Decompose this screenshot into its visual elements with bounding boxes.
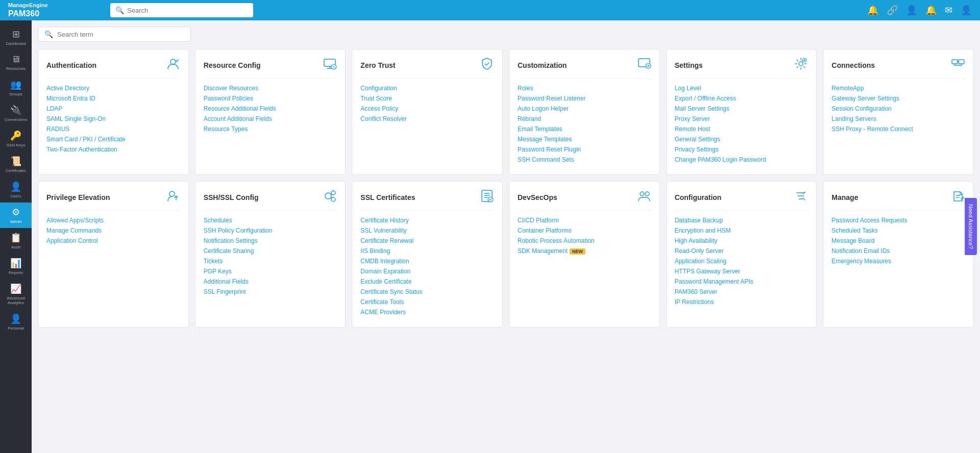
link-smart-card[interactable]: Smart Card / PKI / Certificate	[46, 136, 180, 143]
sidebar-item-audit[interactable]: 📋Audit	[0, 228, 32, 254]
link-auto-logon-helper[interactable]: Auto Logon Helper	[518, 105, 651, 112]
link-ssh-proxy[interactable]: SSH Proxy - Remote Connect	[831, 125, 965, 133]
link-icon[interactable]: 🔗	[887, 5, 898, 16]
sidebar-item-analytics[interactable]: 📈Advanced Analytics	[0, 279, 32, 309]
mail-icon[interactable]: ✉	[945, 5, 952, 16]
link-database-backup[interactable]: Database Backup	[675, 217, 808, 224]
link-application-scaling[interactable]: Application Scaling	[675, 258, 808, 265]
link-exclude-certificate[interactable]: Exclude Certificate	[360, 278, 494, 285]
link-cicd-platform[interactable]: CI/CD Platform	[518, 217, 651, 224]
link-read-only-server[interactable]: Read-Only Server	[675, 247, 808, 255]
link-cert-sync-status[interactable]: Certificate Sync Status	[360, 288, 494, 295]
link-message-templates[interactable]: Message Templates	[518, 136, 651, 143]
link-roles[interactable]: Roles	[518, 85, 651, 92]
sidebar-item-certificates[interactable]: 📜Certificates	[0, 152, 32, 177]
link-radius[interactable]: RADIUS	[46, 125, 180, 133]
link-scheduled-tasks[interactable]: Scheduled Tasks	[831, 227, 965, 234]
sidebar-item-users[interactable]: 👤Users	[0, 177, 32, 203]
user-add-icon[interactable]: 👤	[906, 5, 917, 16]
link-change-login-password[interactable]: Change PAM360 Login Password	[675, 156, 808, 163]
link-two-factor[interactable]: Two-Factor Authentication	[46, 146, 180, 153]
link-discover-resources[interactable]: Discover Resources	[204, 85, 337, 92]
link-password-reset-listener[interactable]: Password Reset Listener	[518, 95, 651, 102]
link-emergency-measures[interactable]: Emergency Measures	[831, 258, 965, 265]
link-zt-configuration[interactable]: Configuration	[360, 85, 494, 92]
sidebar-item-reports[interactable]: 📊Reports	[0, 254, 32, 279]
link-manage-commands[interactable]: Manage Commands	[46, 227, 180, 234]
link-resource-types[interactable]: Resource Types	[204, 125, 337, 133]
link-password-access-requests[interactable]: Password Access Requests	[831, 217, 965, 224]
link-certificate-sharing[interactable]: Certificate Sharing	[204, 247, 337, 255]
link-gateway-server-settings[interactable]: Gateway Server Settings	[831, 95, 965, 102]
link-cmdb-integration[interactable]: CMDB Integration	[360, 258, 494, 265]
link-encryption-hsm[interactable]: Encryption and HSM	[675, 227, 808, 234]
link-https-gateway-server[interactable]: HTTPS Gateway Server	[675, 268, 808, 275]
link-email-templates[interactable]: Email Templates	[518, 125, 651, 133]
link-trust-score[interactable]: Trust Score	[360, 95, 494, 102]
link-ip-restrictions[interactable]: IP Restrictions	[675, 298, 808, 306]
link-account-additional-fields[interactable]: Account Additional Fields	[204, 115, 337, 122]
link-ssh-policy-config[interactable]: SSH Policy Configuration	[204, 227, 337, 234]
link-message-board[interactable]: Message Board	[831, 237, 965, 244]
alert-icon[interactable]: 🔔	[925, 5, 937, 16]
profile-icon[interactable]: 👤	[961, 5, 972, 16]
card-header-zero-trust: Zero Trust	[360, 57, 494, 79]
link-landing-servers[interactable]: Landing Servers	[831, 115, 965, 122]
link-cert-tools[interactable]: Certificate Tools	[360, 298, 494, 306]
link-application-control[interactable]: Application Control	[46, 237, 180, 244]
link-resource-additional-fields[interactable]: Resource Additional Fields	[204, 105, 337, 112]
content-search-input[interactable]	[57, 31, 184, 38]
link-microsoft-entra[interactable]: Microsoft Entra ID	[46, 95, 180, 102]
link-cert-history[interactable]: Certificate History	[360, 217, 494, 224]
link-active-directory[interactable]: Active Directory	[46, 85, 180, 92]
link-export-offline[interactable]: Export / Offline Access	[675, 95, 808, 102]
link-ssl-fingerprint[interactable]: SSL Fingerprint	[204, 288, 337, 295]
link-additional-fields[interactable]: Additional Fields	[204, 278, 337, 285]
link-sdk-management[interactable]: SDK ManagementNEW	[518, 247, 651, 255]
link-acme-providers[interactable]: ACME Providers	[360, 309, 494, 316]
link-notification-settings[interactable]: Notification Settings	[204, 237, 337, 244]
link-password-reset-plugin[interactable]: Password Reset Plugin	[518, 146, 651, 153]
link-ldap[interactable]: LDAP	[46, 105, 180, 112]
notification-bell-icon[interactable]: 🔔	[867, 5, 878, 16]
need-assistance-tab[interactable]: Need Assistance?	[965, 198, 977, 255]
sidebar-item-connections[interactable]: 🔌Connections	[0, 100, 32, 126]
link-rebrand[interactable]: Rebrand	[518, 115, 651, 122]
link-container-platforms[interactable]: Container Platforms	[518, 227, 651, 234]
link-schedules[interactable]: Schedules	[204, 217, 337, 224]
link-pgp-keys[interactable]: PGP Keys	[204, 268, 337, 275]
link-conflict-resolver[interactable]: Conflict Resolver	[360, 115, 494, 122]
link-remote-host[interactable]: Remote Host	[675, 125, 808, 133]
link-robotic-process[interactable]: Robotic Process Automation	[518, 237, 651, 244]
link-ssl-vulnerability[interactable]: SSL Vulnerability	[360, 227, 494, 234]
link-domain-expiration[interactable]: Domain Expiration	[360, 268, 494, 275]
link-access-policy[interactable]: Access Policy	[360, 105, 494, 112]
topbar-search-input[interactable]	[127, 7, 248, 14]
sidebar-item-dashboard[interactable]: ⊞Dashboard	[0, 24, 32, 50]
link-cert-renewal[interactable]: Certificate Renewal	[360, 237, 494, 244]
sidebar-item-resources[interactable]: 🖥Resources	[0, 50, 32, 75]
link-general-settings[interactable]: General Settings	[675, 136, 808, 143]
link-proxy-server[interactable]: Proxy Server	[675, 115, 808, 122]
link-mail-server-settings[interactable]: Mail Server Settings	[675, 105, 808, 112]
content-search-box[interactable]: 🔍	[38, 27, 191, 42]
sidebar-item-groups[interactable]: 👥Groups	[0, 75, 32, 100]
link-privacy-settings[interactable]: Privacy Settings	[675, 146, 808, 153]
link-session-configuration[interactable]: Session Configuration	[831, 105, 965, 112]
link-remoteapp[interactable]: RemoteApp	[831, 85, 965, 92]
link-high-availability[interactable]: High Availability	[675, 237, 808, 244]
link-password-mgmt-apis[interactable]: Password Management APIs	[675, 278, 808, 285]
link-iis-binding[interactable]: IIS Binding	[360, 247, 494, 255]
sidebar-item-admin[interactable]: ⚙Admin	[0, 203, 32, 228]
sidebar-item-sshkeys[interactable]: 🔑SSH Keys	[0, 126, 32, 152]
link-log-level[interactable]: Log Level	[675, 85, 808, 92]
sidebar-item-personal[interactable]: 👤Personal	[0, 309, 32, 335]
link-notification-email-ids[interactable]: Notification Email IDs	[831, 247, 965, 255]
link-ssh-command-sets[interactable]: SSH Command Sets	[518, 156, 651, 163]
link-pam360-server[interactable]: PAM360 Server	[675, 288, 808, 295]
topbar-search-box[interactable]: 🔍	[110, 3, 253, 17]
link-password-policies[interactable]: Password Policies	[204, 95, 337, 102]
link-tickets[interactable]: Tickets	[204, 258, 337, 265]
link-saml-sso[interactable]: SAML Single Sign-On	[46, 115, 180, 122]
link-allowed-apps[interactable]: Allowed Apps/Scripts	[46, 217, 180, 224]
